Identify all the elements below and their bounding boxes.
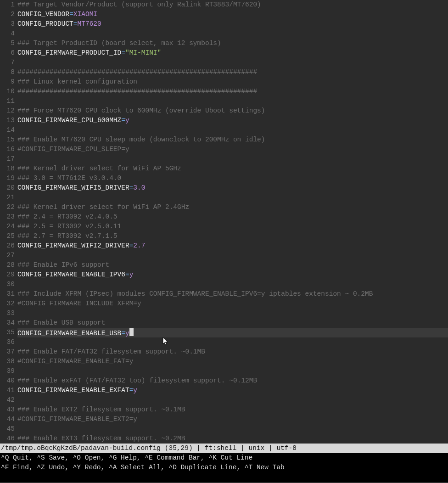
line-number: 5 — [0, 39, 15, 48]
line-number: 25 — [0, 231, 15, 241]
line-number: 22 — [0, 202, 15, 212]
code-line[interactable] — [17, 337, 448, 347]
line-number: 15 — [0, 135, 15, 145]
code-line[interactable] — [17, 251, 448, 260]
status-bar: /tmp/tmp.oBqcKgKzdB/padavan-build.config… — [0, 444, 448, 453]
line-number: 29 — [0, 270, 15, 280]
line-number: 27 — [0, 251, 15, 260]
line-number: 37 — [0, 347, 15, 357]
line-number: 45 — [0, 424, 15, 434]
line-number: 28 — [0, 260, 15, 270]
code-line[interactable]: ### 3.0 = MT7612E v3.0.4.0 — [17, 174, 448, 183]
line-number: 34 — [0, 318, 15, 328]
line-number: 18 — [0, 164, 15, 174]
line-number: 9 — [0, 77, 15, 87]
code-line[interactable]: CONFIG_VENDOR=XIAOMI — [17, 10, 448, 19]
code-line[interactable]: #CONFIG_FIRMWARE_INCLUDE_XFRM=y — [17, 299, 448, 309]
line-number: 20 — [0, 183, 15, 193]
line-number: 44 — [0, 415, 15, 424]
code-line[interactable]: ### Enable IPv6 support — [17, 260, 448, 270]
code-line[interactable]: ### Linux kernel configuration — [17, 77, 448, 87]
line-number: 42 — [0, 395, 15, 405]
line-number: 3 — [0, 19, 15, 29]
code-line[interactable] — [17, 125, 448, 135]
code-line[interactable] — [17, 96, 448, 106]
code-line[interactable]: CONFIG_FIRMWARE_CPU_600MHZ=y — [17, 116, 448, 125]
line-number: 11 — [0, 96, 15, 106]
code-line[interactable]: CONFIG_FIRMWARE_PRODUCT_ID="MI-MINI" — [17, 48, 448, 58]
line-number: 41 — [0, 386, 15, 395]
code-line[interactable] — [17, 424, 448, 434]
text-cursor — [129, 328, 134, 336]
code-line[interactable] — [17, 366, 448, 376]
line-number: 24 — [0, 222, 15, 231]
code-line[interactable]: ### 2.5 = RT3092 v2.5.0.11 — [17, 222, 448, 231]
line-number: 13 — [0, 116, 15, 125]
code-line[interactable]: ### Enable exFAT (FAT/FAT32 too) filesys… — [17, 376, 448, 386]
code-line[interactable]: CONFIG_FIRMWARE_ENABLE_IPV6=y — [17, 270, 448, 280]
line-number: 4 — [0, 29, 15, 39]
code-line[interactable]: #CONFIG_FIRMWARE_CPU_SLEEP=y — [17, 145, 448, 154]
code-line[interactable]: CONFIG_FIRMWARE_ENABLE_EXFAT=y — [17, 386, 448, 395]
code-line[interactable] — [17, 309, 448, 318]
line-number: 2 — [0, 10, 15, 19]
code-line[interactable]: ########################################… — [17, 67, 448, 77]
editor-area[interactable]: 1234567891011121314151617181920212223242… — [0, 0, 448, 444]
code-line[interactable]: CONFIG_PRODUCT=MT7620 — [17, 19, 448, 29]
code-line[interactable]: ### Enable USB support — [17, 318, 448, 328]
line-number: 1 — [0, 0, 15, 10]
code-line[interactable]: ### Enable EXT3 filesystem support. ~0.2… — [17, 434, 448, 444]
code-line[interactable] — [17, 58, 448, 67]
code-line[interactable] — [17, 193, 448, 202]
line-number: 7 — [0, 58, 15, 67]
line-number: 26 — [0, 241, 15, 251]
line-number: 6 — [0, 48, 15, 58]
code-line[interactable]: #CONFIG_FIRMWARE_ENABLE_EXT2=y — [17, 415, 448, 424]
line-number: 31 — [0, 289, 15, 299]
line-number: 46 — [0, 434, 15, 444]
help-bar: ^Q Quit, ^S Save, ^O Open, ^G Help, ^E C… — [0, 453, 448, 482]
line-number: 33 — [0, 309, 15, 318]
line-number: 38 — [0, 357, 15, 366]
code-line[interactable]: CONFIG_FIRMWARE_WIFI2_DRIVER=2.7 — [17, 241, 448, 251]
help-blank — [1, 472, 448, 482]
help-line-1: ^Q Quit, ^S Save, ^O Open, ^G Help, ^E C… — [1, 453, 448, 463]
code-line[interactable]: CONFIG_FIRMWARE_ENABLE_USB=y — [17, 328, 448, 337]
line-number: 19 — [0, 174, 15, 183]
code-line[interactable]: ########################################… — [17, 87, 448, 96]
line-number: 35 — [0, 328, 15, 337]
line-number: 43 — [0, 405, 15, 415]
code-line[interactable]: CONFIG_FIRMWARE_WIFI5_DRIVER=3.0 — [17, 183, 448, 193]
code-line[interactable]: ### Kernel driver select for WiFi AP 2.4… — [17, 202, 448, 212]
code-line[interactable]: #CONFIG_FIRMWARE_ENABLE_FAT=y — [17, 357, 448, 366]
line-number-gutter: 1234567891011121314151617181920212223242… — [0, 0, 17, 444]
code-line[interactable] — [17, 29, 448, 39]
line-number: 10 — [0, 87, 15, 96]
code-line[interactable]: ### Force MT7620 CPU clock to 600MHz (ov… — [17, 106, 448, 116]
line-number: 21 — [0, 193, 15, 202]
code-line[interactable] — [17, 154, 448, 164]
code-line[interactable] — [17, 280, 448, 289]
code-line[interactable]: ### Kernel driver select for WiFi AP 5GH… — [17, 164, 448, 174]
code-line[interactable]: ### Enable MT7620 CPU sleep mode (downcl… — [17, 135, 448, 145]
line-number: 16 — [0, 145, 15, 154]
line-number: 23 — [0, 212, 15, 222]
line-number: 40 — [0, 376, 15, 386]
code-content[interactable]: ### Target Vendor/Product (support only … — [17, 0, 448, 444]
code-line[interactable]: ### 2.7 = RT3092 v2.7.1.5 — [17, 231, 448, 241]
code-line[interactable]: ### Enable EXT2 filesystem support. ~0.1… — [17, 405, 448, 415]
line-number: 8 — [0, 67, 15, 77]
line-number: 14 — [0, 125, 15, 135]
line-number: 36 — [0, 337, 15, 347]
help-line-2: ^F Find, ^Z Undo, ^Y Redo, ^A Select All… — [1, 463, 448, 472]
code-line[interactable]: ### Include XFRM (IPsec) modules CONFIG_… — [17, 289, 448, 299]
code-line[interactable]: ### Target Vendor/Product (support only … — [17, 0, 448, 10]
code-line[interactable]: ### Enable FAT/FAT32 filesystem support.… — [17, 347, 448, 357]
line-number: 32 — [0, 299, 15, 309]
line-number: 17 — [0, 154, 15, 164]
line-number: 30 — [0, 280, 15, 289]
code-line[interactable]: ### Target ProductID (board select, max … — [17, 39, 448, 48]
line-number: 39 — [0, 366, 15, 376]
code-line[interactable] — [17, 395, 448, 405]
code-line[interactable]: ### 2.4 = RT3092 v2.4.0.5 — [17, 212, 448, 222]
